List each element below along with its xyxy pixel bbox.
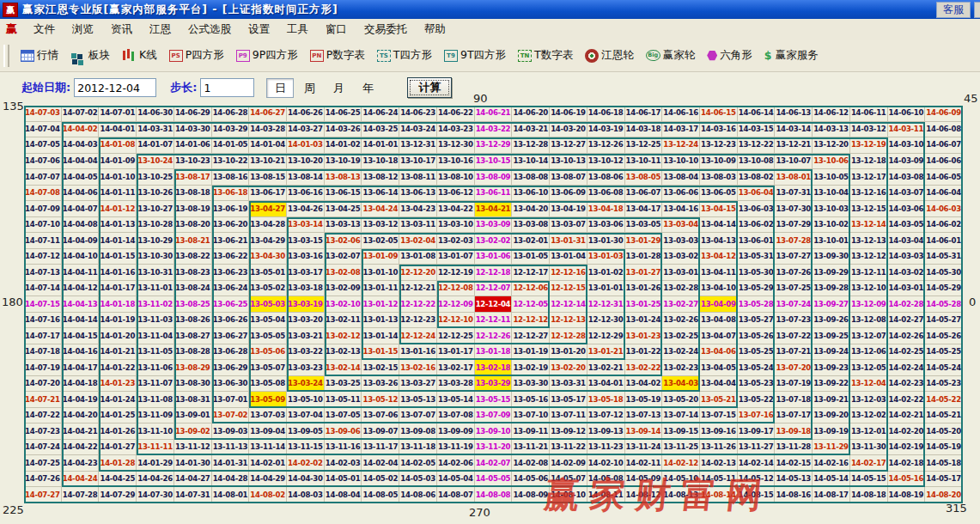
date-cell: 13-01-15 [362, 344, 399, 361]
date-cell: 13-10-07 [775, 154, 813, 170]
menu-item-设置[interactable]: 设置 [240, 22, 278, 37]
date-cell: 13-06-16 [287, 186, 325, 202]
date-cell: 13-11-03 [137, 313, 174, 329]
date-cell: 13-09-05 [287, 423, 325, 440]
date-cell: 13-01-05 [512, 249, 550, 265]
menu-item-工具[interactable]: 工具 [278, 22, 317, 37]
date-cell: 13-04-07 [700, 328, 738, 344]
menu-item-浏览[interactable]: 浏览 [64, 22, 102, 37]
date-cell: 14-07-12 [24, 249, 62, 265]
date-cell: 14-01-04 [249, 137, 287, 154]
date-cell: 14-03-11 [888, 122, 926, 138]
calculate-button[interactable]: 计算 [407, 77, 452, 98]
date-cell: 13-06-09 [550, 186, 587, 202]
date-cell: 13-03-05 [625, 217, 663, 234]
start-date-input[interactable] [74, 78, 156, 97]
toolbar-item-gann-wheel[interactable]: 江恩轮 [579, 43, 640, 69]
date-cell: 14-06-04 [925, 186, 963, 202]
step-input[interactable] [200, 78, 254, 97]
date-cell: 13-10-30 [137, 249, 174, 265]
menu-item-文件[interactable]: 文件 [25, 22, 64, 37]
date-cell: 13-05-01 [249, 265, 287, 281]
date-cell: 14-04-28 [212, 472, 250, 488]
date-cell: 13-03-26 [362, 376, 399, 393]
period-button-月[interactable]: 月 [325, 78, 352, 98]
menu-item-公式选股[interactable]: 公式选股 [180, 22, 240, 37]
toolbar-item-kline[interactable]: K线 [116, 43, 163, 69]
date-cell: 14-01-02 [325, 137, 362, 154]
date-cell: 13-01-23 [625, 328, 663, 344]
date-cell: 14-03-30 [174, 122, 212, 138]
date-cell: 13-06-13 [399, 186, 437, 202]
date-cell: 13-01-13 [362, 313, 399, 329]
toolbar-item-t-number[interactable]: T数字表 [512, 43, 579, 69]
date-cell: 14-08-06 [399, 487, 437, 503]
date-cell: 13-08-01 [775, 169, 813, 186]
date-cell: 13-04-28 [249, 217, 287, 234]
date-cell: 13-09-03 [212, 423, 250, 440]
period-button-年[interactable]: 年 [354, 78, 381, 98]
toolbar-item-p-square[interactable]: P四方形 [163, 43, 230, 69]
date-cell: 13-04-14 [700, 217, 738, 234]
date-cell: 14-01-03 [287, 137, 325, 154]
menu-item-江恩[interactable]: 江恩 [141, 22, 180, 37]
date-cell: 14-03-24 [399, 122, 437, 138]
date-cell: 13-09-06 [325, 423, 362, 440]
date-cell: 13-01-29 [625, 233, 663, 249]
date-cell: 14-06-28 [212, 106, 250, 122]
menu-item-帮助[interactable]: 帮助 [416, 22, 454, 37]
date-cell: 14-05-04 [437, 472, 475, 488]
toolbar-item-winner-wheel[interactable]: 赢家轮 [640, 43, 702, 69]
date-cell: 12-12-09 [437, 296, 475, 313]
window-title: 赢家江恩专业版[赢家内部服务平台] - [上证指数时间正方形] [22, 3, 338, 17]
date-cell: 13-05-24 [738, 360, 776, 376]
date-cell: 13-09-24 [813, 344, 850, 361]
date-cell: 12-12-24 [399, 328, 437, 344]
date-cell: 13-05-29 [738, 281, 776, 297]
toolbar-item-service[interactable]: 赢家服务 [758, 43, 825, 69]
menu-item-交易委托[interactable]: 交易委托 [356, 22, 416, 37]
date-cell: 13-05-11 [325, 392, 362, 408]
date-cell: 12-12-22 [399, 296, 437, 313]
toolbar-item-p-number[interactable]: P数字表 [304, 43, 371, 69]
date-cell: 14-02-28 [888, 296, 926, 313]
date-cell: 12-12-05 [512, 296, 550, 313]
toolbar-item-9t-square[interactable]: 9T四方形 [438, 43, 512, 69]
date-cell: 13-10-12 [587, 154, 625, 170]
date-cell: 14-01-25 [99, 408, 137, 424]
titlebar-button-论坛[interactable]: 论坛 [974, 2, 980, 18]
date-cell: 13-07-29 [775, 217, 813, 234]
toolbar-item-label: T数字表 [534, 48, 573, 63]
date-cell: 13-03-12 [362, 217, 399, 234]
menu-item-窗口[interactable]: 窗口 [317, 22, 356, 37]
toolbar-item-t-square[interactable]: T四方形 [371, 43, 438, 69]
toolbar-item-sectors[interactable]: 板块 [64, 43, 116, 69]
date-cell: 13-03-08 [512, 217, 550, 234]
date-cell: 13-11-25 [662, 440, 700, 456]
date-cell: 13-06-29 [212, 360, 250, 376]
date-cell: 14-03-28 [249, 122, 287, 138]
date-cell: 13-09-07 [362, 423, 399, 440]
date-cell: 14-07-21 [24, 392, 62, 408]
watermark: 赢家财富网 [542, 472, 775, 519]
toolbar-item-9p-square[interactable]: 9P四方形 [230, 43, 304, 69]
toolbar-item-hexagon[interactable]: 六角形 [701, 43, 758, 69]
date-cell: 13-03-22 [287, 344, 325, 361]
period-button-周[interactable]: 周 [295, 78, 323, 98]
date-cell: 13-04-05 [700, 360, 738, 376]
date-cell: 13-07-11 [550, 408, 587, 424]
date-cell: 13-10-04 [813, 186, 850, 202]
menu-item-资讯[interactable]: 资讯 [102, 22, 141, 37]
date-cell: 14-06-06 [925, 154, 963, 170]
date-cell: 12-12-21 [399, 281, 437, 297]
date-cell: 13-03-18 [287, 281, 325, 297]
titlebar-button-客服[interactable]: 客服 [936, 2, 971, 18]
angle-label-225: 225 [3, 503, 24, 516]
toolbar-item-quotes[interactable]: 行情 [15, 43, 64, 69]
period-button-日[interactable]: 日 [266, 78, 294, 98]
date-cell: 13-02-14 [325, 360, 362, 376]
date-cell: 13-10-03 [813, 201, 850, 217]
date-cell: 14-03-05 [888, 217, 926, 234]
date-cell: 13-09-21 [813, 392, 850, 408]
date-cell: 13-11-23 [587, 440, 625, 456]
